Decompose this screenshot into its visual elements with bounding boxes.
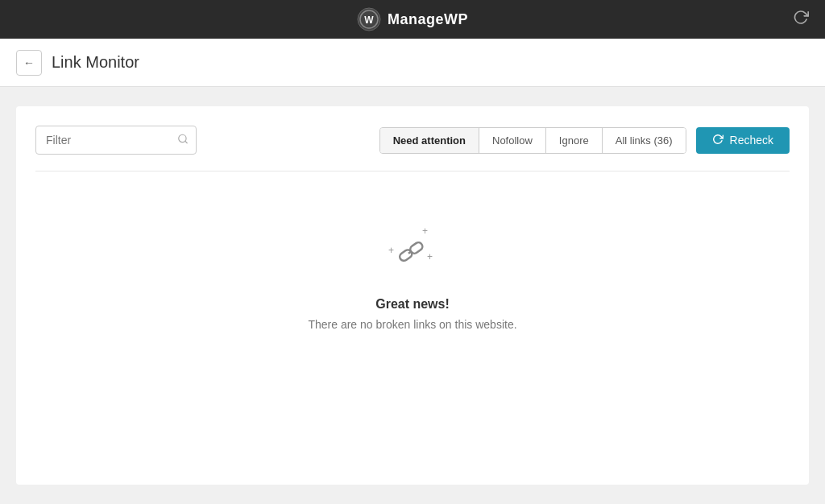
page-title: Link Monitor [52,53,139,72]
svg-text:+: + [422,225,428,237]
main-content: Need attention Nofollow Ignore All links… [0,87,825,504]
content-card: Need attention Nofollow Ignore All links… [16,106,809,485]
filter-tabs: Need attention Nofollow Ignore All links… [379,127,686,154]
managewp-logo-icon: W [357,7,381,31]
navbar: W ManageWP [0,0,825,39]
svg-text:+: + [427,251,433,262]
empty-state-description: There are no broken links on this websit… [308,318,516,331]
svg-text:+: + [388,245,394,256]
empty-state-title: Great news! [375,297,450,312]
svg-line-10 [408,252,411,254]
tab-nofollow[interactable]: Nofollow [479,128,546,153]
filter-bar: Need attention Nofollow Ignore All links… [35,126,790,155]
chain-icon: + + + [380,220,445,284]
tab-need-attention[interactable]: Need attention [380,128,479,153]
recheck-button[interactable]: Recheck [696,127,790,154]
tab-all-links[interactable]: All links (36) [603,128,686,153]
empty-state-icon: + + + [380,220,445,284]
tab-ignore[interactable]: Ignore [546,128,603,153]
empty-state: + + + Great news! There are no broken li… [35,171,790,363]
navbar-logo: W ManageWP [357,7,468,31]
back-button[interactable]: ← [16,50,42,76]
svg-text:W: W [364,14,374,26]
recheck-label: Recheck [730,134,773,147]
header-bar: ← Link Monitor [0,39,825,87]
recheck-icon [712,134,723,147]
navbar-logo-text: ManageWP [388,11,468,28]
refresh-button[interactable] [790,6,812,33]
filter-input-wrapper [35,126,197,155]
filter-input[interactable] [35,126,197,155]
tabs-and-recheck: Need attention Nofollow Ignore All links… [379,127,790,154]
